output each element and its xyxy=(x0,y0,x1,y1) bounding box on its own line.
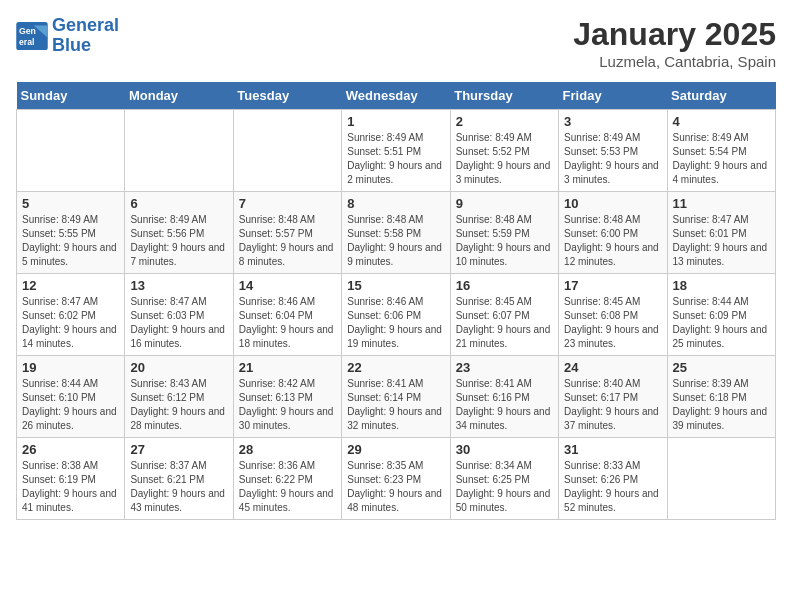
day-info: Sunrise: 8:45 AMSunset: 6:08 PMDaylight:… xyxy=(564,295,661,351)
day-number: 15 xyxy=(347,278,444,293)
calendar-day-cell: 14Sunrise: 8:46 AMSunset: 6:04 PMDayligh… xyxy=(233,274,341,356)
day-info: Sunrise: 8:33 AMSunset: 6:26 PMDaylight:… xyxy=(564,459,661,515)
weekday-header: Saturday xyxy=(667,82,775,110)
calendar-day-cell: 21Sunrise: 8:42 AMSunset: 6:13 PMDayligh… xyxy=(233,356,341,438)
calendar-day-cell: 7Sunrise: 8:48 AMSunset: 5:57 PMDaylight… xyxy=(233,192,341,274)
title-block: January 2025 Luzmela, Cantabria, Spain xyxy=(573,16,776,70)
day-info: Sunrise: 8:48 AMSunset: 5:58 PMDaylight:… xyxy=(347,213,444,269)
day-info: Sunrise: 8:49 AMSunset: 5:52 PMDaylight:… xyxy=(456,131,553,187)
calendar-day-cell: 11Sunrise: 8:47 AMSunset: 6:01 PMDayligh… xyxy=(667,192,775,274)
weekday-header: Thursday xyxy=(450,82,558,110)
day-info: Sunrise: 8:49 AMSunset: 5:54 PMDaylight:… xyxy=(673,131,770,187)
day-info: Sunrise: 8:47 AMSunset: 6:02 PMDaylight:… xyxy=(22,295,119,351)
calendar-day-cell xyxy=(125,110,233,192)
day-info: Sunrise: 8:49 AMSunset: 5:55 PMDaylight:… xyxy=(22,213,119,269)
day-info: Sunrise: 8:49 AMSunset: 5:51 PMDaylight:… xyxy=(347,131,444,187)
day-number: 12 xyxy=(22,278,119,293)
day-info: Sunrise: 8:43 AMSunset: 6:12 PMDaylight:… xyxy=(130,377,227,433)
calendar-day-cell: 10Sunrise: 8:48 AMSunset: 6:00 PMDayligh… xyxy=(559,192,667,274)
day-number: 2 xyxy=(456,114,553,129)
page-header: Gen eral General Blue January 2025 Luzme… xyxy=(16,16,776,70)
day-number: 30 xyxy=(456,442,553,457)
day-info: Sunrise: 8:40 AMSunset: 6:17 PMDaylight:… xyxy=(564,377,661,433)
calendar-day-cell xyxy=(17,110,125,192)
day-number: 17 xyxy=(564,278,661,293)
calendar-week-row: 5Sunrise: 8:49 AMSunset: 5:55 PMDaylight… xyxy=(17,192,776,274)
calendar-day-cell: 29Sunrise: 8:35 AMSunset: 6:23 PMDayligh… xyxy=(342,438,450,520)
calendar-day-cell xyxy=(233,110,341,192)
day-info: Sunrise: 8:45 AMSunset: 6:07 PMDaylight:… xyxy=(456,295,553,351)
calendar-day-cell: 9Sunrise: 8:48 AMSunset: 5:59 PMDaylight… xyxy=(450,192,558,274)
day-number: 27 xyxy=(130,442,227,457)
day-info: Sunrise: 8:39 AMSunset: 6:18 PMDaylight:… xyxy=(673,377,770,433)
location: Luzmela, Cantabria, Spain xyxy=(573,53,776,70)
day-info: Sunrise: 8:47 AMSunset: 6:01 PMDaylight:… xyxy=(673,213,770,269)
day-info: Sunrise: 8:35 AMSunset: 6:23 PMDaylight:… xyxy=(347,459,444,515)
calendar-day-cell: 4Sunrise: 8:49 AMSunset: 5:54 PMDaylight… xyxy=(667,110,775,192)
day-info: Sunrise: 8:37 AMSunset: 6:21 PMDaylight:… xyxy=(130,459,227,515)
month-title: January 2025 xyxy=(573,16,776,53)
day-number: 24 xyxy=(564,360,661,375)
day-number: 3 xyxy=(564,114,661,129)
day-info: Sunrise: 8:41 AMSunset: 6:16 PMDaylight:… xyxy=(456,377,553,433)
day-info: Sunrise: 8:46 AMSunset: 6:06 PMDaylight:… xyxy=(347,295,444,351)
day-number: 10 xyxy=(564,196,661,211)
day-number: 31 xyxy=(564,442,661,457)
day-number: 11 xyxy=(673,196,770,211)
day-info: Sunrise: 8:47 AMSunset: 6:03 PMDaylight:… xyxy=(130,295,227,351)
day-number: 26 xyxy=(22,442,119,457)
weekday-header: Wednesday xyxy=(342,82,450,110)
calendar-day-cell: 17Sunrise: 8:45 AMSunset: 6:08 PMDayligh… xyxy=(559,274,667,356)
day-number: 23 xyxy=(456,360,553,375)
day-info: Sunrise: 8:36 AMSunset: 6:22 PMDaylight:… xyxy=(239,459,336,515)
calendar-day-cell: 25Sunrise: 8:39 AMSunset: 6:18 PMDayligh… xyxy=(667,356,775,438)
day-number: 16 xyxy=(456,278,553,293)
calendar-day-cell: 16Sunrise: 8:45 AMSunset: 6:07 PMDayligh… xyxy=(450,274,558,356)
day-number: 20 xyxy=(130,360,227,375)
calendar-day-cell: 22Sunrise: 8:41 AMSunset: 6:14 PMDayligh… xyxy=(342,356,450,438)
calendar-table: SundayMondayTuesdayWednesdayThursdayFrid… xyxy=(16,82,776,520)
day-number: 6 xyxy=(130,196,227,211)
weekday-header: Sunday xyxy=(17,82,125,110)
logo-text-line2: Blue xyxy=(52,36,119,56)
day-info: Sunrise: 8:49 AMSunset: 5:56 PMDaylight:… xyxy=(130,213,227,269)
day-number: 13 xyxy=(130,278,227,293)
calendar-day-cell: 5Sunrise: 8:49 AMSunset: 5:55 PMDaylight… xyxy=(17,192,125,274)
calendar-day-cell: 13Sunrise: 8:47 AMSunset: 6:03 PMDayligh… xyxy=(125,274,233,356)
calendar-day-cell: 6Sunrise: 8:49 AMSunset: 5:56 PMDaylight… xyxy=(125,192,233,274)
day-info: Sunrise: 8:34 AMSunset: 6:25 PMDaylight:… xyxy=(456,459,553,515)
calendar-day-cell xyxy=(667,438,775,520)
calendar-day-cell: 20Sunrise: 8:43 AMSunset: 6:12 PMDayligh… xyxy=(125,356,233,438)
day-number: 25 xyxy=(673,360,770,375)
calendar-day-cell: 31Sunrise: 8:33 AMSunset: 6:26 PMDayligh… xyxy=(559,438,667,520)
logo-text-line1: General xyxy=(52,16,119,36)
calendar-day-cell: 8Sunrise: 8:48 AMSunset: 5:58 PMDaylight… xyxy=(342,192,450,274)
day-number: 29 xyxy=(347,442,444,457)
calendar-day-cell: 24Sunrise: 8:40 AMSunset: 6:17 PMDayligh… xyxy=(559,356,667,438)
day-number: 5 xyxy=(22,196,119,211)
day-info: Sunrise: 8:48 AMSunset: 5:59 PMDaylight:… xyxy=(456,213,553,269)
svg-text:Gen: Gen xyxy=(19,26,36,36)
day-number: 14 xyxy=(239,278,336,293)
day-number: 21 xyxy=(239,360,336,375)
weekday-header: Monday xyxy=(125,82,233,110)
logo: Gen eral General Blue xyxy=(16,16,119,56)
calendar-day-cell: 2Sunrise: 8:49 AMSunset: 5:52 PMDaylight… xyxy=(450,110,558,192)
calendar-day-cell: 18Sunrise: 8:44 AMSunset: 6:09 PMDayligh… xyxy=(667,274,775,356)
day-number: 19 xyxy=(22,360,119,375)
day-info: Sunrise: 8:48 AMSunset: 6:00 PMDaylight:… xyxy=(564,213,661,269)
weekday-header: Tuesday xyxy=(233,82,341,110)
day-info: Sunrise: 8:41 AMSunset: 6:14 PMDaylight:… xyxy=(347,377,444,433)
day-info: Sunrise: 8:48 AMSunset: 5:57 PMDaylight:… xyxy=(239,213,336,269)
calendar-day-cell: 30Sunrise: 8:34 AMSunset: 6:25 PMDayligh… xyxy=(450,438,558,520)
day-info: Sunrise: 8:49 AMSunset: 5:53 PMDaylight:… xyxy=(564,131,661,187)
calendar-day-cell: 3Sunrise: 8:49 AMSunset: 5:53 PMDaylight… xyxy=(559,110,667,192)
calendar-day-cell: 15Sunrise: 8:46 AMSunset: 6:06 PMDayligh… xyxy=(342,274,450,356)
day-number: 7 xyxy=(239,196,336,211)
day-number: 4 xyxy=(673,114,770,129)
calendar-week-row: 19Sunrise: 8:44 AMSunset: 6:10 PMDayligh… xyxy=(17,356,776,438)
day-number: 28 xyxy=(239,442,336,457)
day-info: Sunrise: 8:46 AMSunset: 6:04 PMDaylight:… xyxy=(239,295,336,351)
calendar-day-cell: 28Sunrise: 8:36 AMSunset: 6:22 PMDayligh… xyxy=(233,438,341,520)
calendar-week-row: 1Sunrise: 8:49 AMSunset: 5:51 PMDaylight… xyxy=(17,110,776,192)
